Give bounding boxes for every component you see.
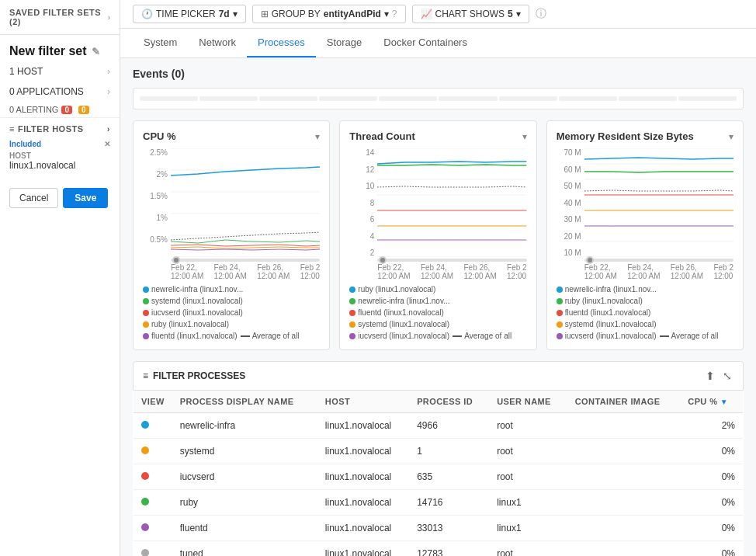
events-segment	[259, 96, 317, 101]
process-name-cell: systemd	[172, 439, 317, 464]
cpu-x-axis: Feb 22,12:00 AM Feb 24,12:00 AM Feb 26,1…	[143, 263, 320, 280]
user-cell: root	[489, 541, 567, 557]
memory-chart-chevron[interactable]: ▾	[729, 131, 733, 142]
pid-cell: 4966	[409, 413, 489, 439]
filter-hosts-header[interactable]: ≡ FILTER HOSTS ›	[9, 124, 110, 134]
host-cell: linux1.novalocal	[317, 464, 409, 490]
expand-button[interactable]: ⤡	[721, 368, 733, 384]
pid-cell: 635	[409, 464, 489, 490]
alerting-orange-badge: 0	[78, 106, 89, 114]
edit-icon[interactable]: ✎	[92, 46, 100, 57]
tab-system[interactable]: System	[133, 29, 188, 57]
view-cell	[134, 516, 172, 541]
cancel-button[interactable]: Cancel	[9, 188, 58, 208]
col-host: HOST	[317, 391, 409, 413]
container-cell	[567, 413, 681, 439]
thread-chart-slider[interactable]	[377, 259, 526, 262]
view-cell	[134, 413, 172, 439]
memory-chart-wrapper: 70 M 60 M 50 M 40 M 30 M 20 M 10 M	[557, 148, 733, 257]
time-picker[interactable]: 🕐 TIME PICKER 7d ▾	[133, 5, 246, 23]
group-by-label: GROUP BY	[272, 9, 321, 19]
new-filter-set-title: New filter set ✎	[0, 35, 120, 61]
filter-processes-bar: ≡ FILTER PROCESSES ⬆ ⤡	[133, 361, 744, 391]
filter-hosts-section: ≡ FILTER HOSTS › Included ✕ HOST linux1.…	[0, 117, 120, 177]
cpu-chart-plot	[171, 148, 320, 257]
filter-processes-label: ≡ FILTER PROCESSES	[143, 370, 245, 381]
events-segment	[140, 96, 198, 101]
thread-x-axis: Feb 22,12:00 AM Feb 24,12:00 AM Feb 26,1…	[349, 263, 526, 280]
tab-docker[interactable]: Docker Containers	[373, 29, 478, 57]
cpu-chart-slider[interactable]	[171, 259, 320, 262]
process-name-cell: newrelic-infra	[172, 413, 317, 439]
alerting-row: 0 ALERTING 0 0	[0, 102, 120, 117]
chart-shows-chevron: ▾	[516, 9, 521, 19]
cpu-cell: 0%	[680, 439, 743, 464]
events-segment	[319, 96, 377, 101]
host-cell: linux1.novalocal	[317, 439, 409, 464]
thread-chart-chevron[interactable]: ▾	[522, 131, 527, 142]
export-button[interactable]: ⬆	[704, 368, 716, 384]
user-cell: linux1	[489, 490, 567, 516]
view-cell	[134, 439, 172, 464]
col-pid: PROCESS ID	[409, 391, 489, 413]
events-segment	[619, 96, 677, 101]
table-row[interactable]: iucvserd linux1.novalocal 635 root 0%	[134, 464, 744, 490]
pid-cell: 12783	[409, 541, 489, 557]
memory-chart-legend: newrelic-infra (linux1.nov... ruby (linu…	[557, 285, 733, 340]
view-cell	[134, 490, 172, 516]
cpu-chart-legend: newrelic-infra (linux1.nov... systemd (l…	[143, 285, 320, 340]
process-name-cell: tuned	[172, 541, 317, 557]
sidebar-actions: Cancel Save	[0, 180, 120, 216]
host-cell: linux1.novalocal	[317, 413, 409, 439]
cpu-chart-chevron[interactable]: ▾	[315, 131, 320, 142]
filter-icon: ≡	[143, 370, 148, 381]
saved-filter-sets-header[interactable]: SAVED FILTER SETS (2) ›	[0, 0, 120, 35]
processes-section: ≡ FILTER PROCESSES ⬆ ⤡ VIEW PROCESS DISP…	[133, 361, 744, 556]
chart-shows-value: 5	[508, 9, 513, 19]
pid-cell: 33013	[409, 516, 489, 541]
thread-chart-card: Thread Count ▾ 14 12 10 8 6 4 2	[339, 120, 536, 350]
memory-chart-slider[interactable]	[584, 259, 733, 262]
cpu-cell: 0%	[680, 541, 743, 557]
table-row[interactable]: fluentd linux1.novalocal 33013 linux1 0%	[134, 516, 744, 541]
container-cell	[567, 516, 681, 541]
main-panel: Events (0) CPU % ▾ 2.5%	[120, 58, 756, 556]
tab-network[interactable]: Network	[188, 29, 247, 57]
group-by-value: entityAndPid	[324, 9, 381, 19]
group-by[interactable]: ⊞ GROUP BY entityAndPid ▾ ?	[252, 5, 406, 23]
table-row[interactable]: newrelic-infra linux1.novalocal 4966 roo…	[134, 413, 744, 439]
time-picker-label: TIME PICKER	[156, 9, 216, 19]
table-row[interactable]: systemd linux1.novalocal 1 root 0%	[134, 439, 744, 464]
chart-shows[interactable]: 📈 CHART SHOWS 5 ▾	[412, 5, 529, 23]
thread-chart-title: Thread Count ▾	[349, 130, 526, 142]
remove-icon[interactable]: ✕	[104, 140, 110, 148]
memory-chart-title: Memory Resident Size Bytes ▾	[557, 130, 733, 142]
host-cell: linux1.novalocal	[317, 490, 409, 516]
events-header: Events (0)	[133, 68, 744, 80]
events-segment	[379, 96, 437, 101]
events-segment	[199, 96, 258, 101]
tab-processes[interactable]: Processes	[247, 29, 316, 57]
applications-row[interactable]: 0 APPLICATIONS ›	[0, 82, 120, 102]
table-row[interactable]: tuned linux1.novalocal 12783 root 0%	[134, 541, 744, 557]
events-segment	[559, 96, 617, 101]
col-user: USER NAME	[489, 391, 567, 413]
events-segment	[678, 96, 737, 101]
clock-icon: 🕐	[141, 9, 153, 19]
process-name-cell: ruby	[172, 490, 317, 516]
thread-chart-legend: ruby (linux1.novalocal) newrelic-infra (…	[349, 285, 526, 340]
processes-table: VIEW PROCESS DISPLAY NAME HOST PROCESS I…	[133, 391, 744, 556]
chart-icon: 📈	[421, 9, 432, 19]
save-button[interactable]: Save	[63, 188, 108, 208]
tab-storage[interactable]: Storage	[316, 29, 373, 57]
host-row[interactable]: 1 HOST ›	[0, 61, 120, 82]
sidebar: SAVED FILTER SETS (2) › New filter set ✎…	[0, 0, 120, 556]
topbar-help-icon[interactable]: ⓘ	[536, 7, 546, 21]
memory-y-axis: 70 M 60 M 50 M 40 M 30 M 20 M 10 M	[557, 148, 584, 257]
thread-chart-plot	[377, 148, 526, 257]
table-row[interactable]: ruby linux1.novalocal 14716 linux1 0%	[134, 490, 744, 516]
col-process-name: PROCESS DISPLAY NAME	[172, 391, 317, 413]
events-segment	[499, 96, 557, 101]
cpu-chart-card: CPU % ▾ 2.5% 2% 1.5% 1% 0.5%	[133, 120, 330, 350]
cpu-cell: 0%	[680, 516, 743, 541]
